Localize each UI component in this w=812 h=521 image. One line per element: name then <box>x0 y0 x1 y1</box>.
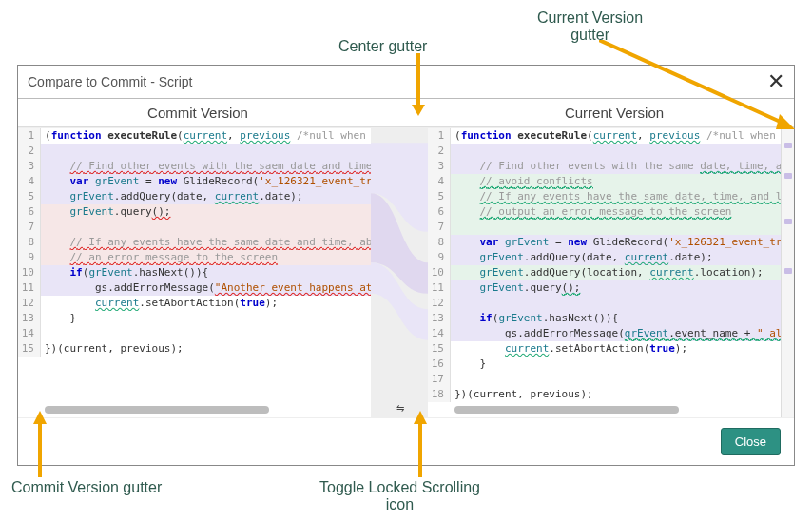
current-version-gutter[interactable] <box>781 127 794 417</box>
commit-line[interactable]: 5 grEvent.addQuery(date, current.date); <box>18 189 371 204</box>
line-content: })(current, previous); <box>451 387 781 402</box>
current-code-area[interactable]: 1(function executeRule(current, previous… <box>428 128 781 402</box>
line-number: 15 <box>18 341 41 357</box>
commit-line[interactable]: 2 <box>18 144 371 159</box>
current-line[interactable]: 16 } <box>428 357 781 372</box>
line-number: 9 <box>428 250 451 265</box>
commit-line[interactable]: 14 <box>18 326 371 341</box>
line-number: 5 <box>18 189 41 204</box>
commit-line[interactable]: 8 // If any events have the same date an… <box>18 235 371 250</box>
commit-line[interactable]: 7 <box>18 220 371 235</box>
line-content: // avoid conflicts <box>451 174 781 189</box>
current-line[interactable]: 10 grEvent.addQuery(location, current.lo… <box>428 265 781 280</box>
header-commit-version: Commit Version <box>18 99 377 126</box>
line-number: 14 <box>428 326 451 341</box>
line-number: 13 <box>18 311 41 326</box>
line-number: 18 <box>428 387 451 402</box>
current-line[interactable]: 14 gs.addErrorMessage(grEvent.event_name… <box>428 326 781 341</box>
current-line[interactable]: 8 var grEvent = new GlideRecord('x_12632… <box>428 235 781 250</box>
line-content: grEvent.query(); <box>451 280 781 296</box>
line-content: // Find other events with the saem date … <box>41 159 371 174</box>
dialog-title: Compare to Commit - Script <box>28 74 192 89</box>
line-content: grEvent.addQuery(date, current.date); <box>41 189 371 204</box>
annotation-current-version-gutter: Current Versiongutter <box>537 10 643 44</box>
dialog-footer: Close <box>18 417 794 465</box>
line-number: 8 <box>18 235 41 250</box>
line-content: } <box>451 357 781 372</box>
line-content: gs.addErrorMessage(grEvent.event_name + … <box>451 326 781 341</box>
line-content: (function executeRule(current, previous … <box>41 128 371 144</box>
line-content <box>451 144 781 159</box>
line-number: 12 <box>428 296 451 311</box>
line-content: current.setAbortAction(true); <box>451 341 781 357</box>
commit-line[interactable]: 4 var grEvent = new GlideRecord('x_12632… <box>18 174 371 189</box>
line-number: 2 <box>428 144 451 159</box>
line-number: 3 <box>18 159 41 174</box>
line-content <box>451 296 781 311</box>
line-content: var grEvent = new GlideRecord('x_126321_… <box>451 235 781 250</box>
current-line[interactable]: 13 if(grEvent.hasNext()){ <box>428 311 781 326</box>
commit-line[interactable]: 6 grEvent.query(); <box>18 204 371 220</box>
line-content <box>41 144 371 159</box>
current-line[interactable]: 9 grEvent.addQuery(date, current.date); <box>428 250 781 265</box>
line-content: grEvent.addQuery(location, current.locat… <box>451 265 781 280</box>
current-line[interactable]: 15 current.setAbortAction(true); <box>428 341 781 357</box>
svg-marker-7 <box>414 411 427 424</box>
commit-line[interactable]: 9 // an error message to the screen <box>18 250 371 265</box>
toggle-locked-scrolling-icon[interactable]: ⇋ <box>396 403 402 414</box>
current-line[interactable]: 17 <box>428 372 781 387</box>
current-hscrollbar[interactable] <box>454 404 775 415</box>
annotation-toggle-lock: Toggle Locked Scrollingicon <box>319 479 480 513</box>
line-content <box>451 220 781 235</box>
current-line[interactable]: 7 <box>428 220 781 235</box>
commit-line[interactable]: 11 gs.addErrorMessage("Another event hap… <box>18 280 371 296</box>
line-content: // Find other events with the same date,… <box>451 159 781 174</box>
svg-marker-3 <box>776 114 795 129</box>
line-number: 1 <box>18 128 41 144</box>
svg-marker-1 <box>412 105 425 116</box>
close-button[interactable]: Close <box>721 428 781 455</box>
commit-line[interactable]: 10 if(grEvent.hasNext()){ <box>18 265 371 280</box>
commit-line[interactable]: 13 } <box>18 311 371 326</box>
current-line[interactable]: 18})(current, previous); <box>428 387 781 402</box>
line-content: })(current, previous); <box>41 341 371 357</box>
current-line[interactable]: 5 // If any events have the same date, t… <box>428 189 781 204</box>
svg-marker-5 <box>33 411 47 424</box>
line-number: 10 <box>18 265 41 280</box>
current-line[interactable]: 2 <box>428 144 781 159</box>
line-content: if(grEvent.hasNext()){ <box>41 265 371 280</box>
line-number: 15 <box>428 341 451 357</box>
line-number: 11 <box>18 280 41 296</box>
commit-line[interactable]: 1(function executeRule(current, previous… <box>18 128 371 144</box>
current-line[interactable]: 12 <box>428 296 781 311</box>
commit-line[interactable]: 12 current.setAbortAction(true); <box>18 296 371 311</box>
line-content <box>41 220 371 235</box>
commit-code-area[interactable]: 1(function executeRule(current, previous… <box>18 128 371 402</box>
line-number: 9 <box>18 250 41 265</box>
current-line[interactable]: 3 // Find other events with the same dat… <box>428 159 781 174</box>
line-content: grEvent.addQuery(date, current.date); <box>451 250 781 265</box>
commit-hscrollbar[interactable] <box>45 404 365 415</box>
line-number: 16 <box>428 357 451 372</box>
line-number: 3 <box>428 159 451 174</box>
line-number: 11 <box>428 280 451 296</box>
current-line[interactable]: 6 // output an error message to the scre… <box>428 204 781 220</box>
line-number: 2 <box>18 144 41 159</box>
line-number: 1 <box>428 128 451 144</box>
line-content: if(grEvent.hasNext()){ <box>451 311 781 326</box>
line-content: gs.addErrorMessage("Another event happen… <box>41 280 371 296</box>
line-content: // If any events have the same date and … <box>41 235 371 250</box>
line-number: 12 <box>18 296 41 311</box>
line-content <box>451 372 781 387</box>
line-number: 10 <box>428 265 451 280</box>
line-number: 6 <box>428 204 451 220</box>
line-number: 8 <box>428 235 451 250</box>
line-content <box>41 326 371 341</box>
annotation-commit-version-gutter: Commit Version gutter <box>11 479 162 496</box>
commit-line[interactable]: 15})(current, previous); <box>18 341 371 357</box>
line-number: 4 <box>428 174 451 189</box>
commit-line[interactable]: 3 // Find other events with the saem dat… <box>18 159 371 174</box>
line-number: 7 <box>18 220 41 235</box>
current-line[interactable]: 11 grEvent.query(); <box>428 280 781 296</box>
current-line[interactable]: 4 // avoid conflicts <box>428 174 781 189</box>
